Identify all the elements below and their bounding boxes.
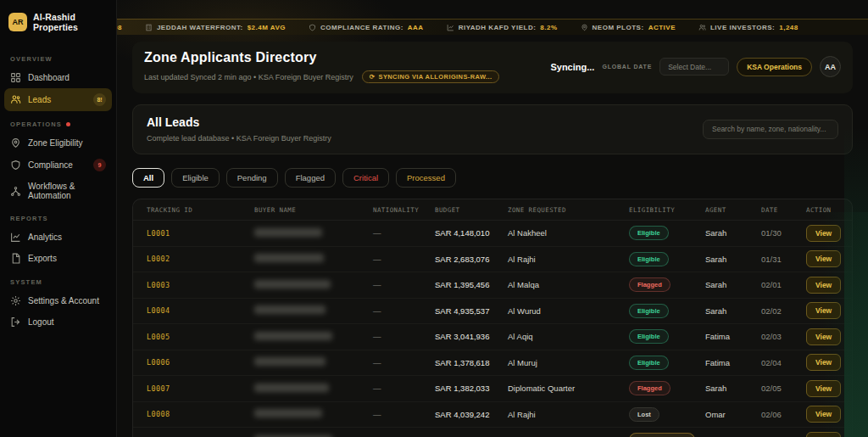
brand-header: AR Al-Rashid Properties xyxy=(0,8,116,46)
cell-budget: SAR 4,148,010 xyxy=(435,228,508,238)
sidebar-item-label: Leads xyxy=(28,95,51,104)
cell-budget: SAR 2,683,076 xyxy=(435,255,508,264)
status-badge: Eligible xyxy=(629,226,669,240)
cell-agent: Sarah xyxy=(705,306,761,316)
view-button[interactable]: View xyxy=(806,432,841,437)
sidebar-item-label: Zone Eligibility xyxy=(28,138,82,148)
cell-zone: Al Malqa xyxy=(508,280,629,289)
sync-badge-label: SYNCING VIA ALLORIGINS-RAW... xyxy=(378,73,492,81)
status-badge: Pending Review xyxy=(629,433,695,437)
ticker-value: 8.2% xyxy=(540,24,557,31)
sidebar-item-analytics[interactable]: Analytics xyxy=(0,227,116,248)
cell-date: 01/31 xyxy=(761,255,806,264)
view-button[interactable]: View xyxy=(806,380,841,397)
cell-agent: Sarah xyxy=(705,384,761,393)
ksa-operations-button[interactable]: KSA Operations xyxy=(737,58,812,76)
cell-nationality: — xyxy=(373,410,435,419)
cell-tracking-id: L0006 xyxy=(147,358,254,367)
sidebar-item-compliance[interactable]: Compliance 9 xyxy=(0,154,116,176)
shield-icon xyxy=(10,160,21,171)
global-date-input[interactable] xyxy=(659,58,729,76)
ticker-item-kafd-yield: RIYADH KAFD YIELD: 8.2% xyxy=(447,24,558,31)
status-badge: Eligible xyxy=(629,304,669,318)
table-row[interactable]: L0008 — SAR 4,039,242 Al Rajhi Lost Omar… xyxy=(133,402,852,429)
ticker-value: 1,248 xyxy=(779,24,798,31)
sidebar-item-workflows[interactable]: Workflows & Automation xyxy=(0,176,116,205)
view-button[interactable]: View xyxy=(806,225,841,242)
table-row[interactable]: L0002 — SAR 2,683,076 Al Rajhi Eligible … xyxy=(133,247,852,273)
pin-icon xyxy=(581,24,588,31)
table-body: L0001 — SAR 4,148,010 Al Nakheel Eligibl… xyxy=(133,221,852,437)
sidebar-item-label: Analytics xyxy=(28,233,62,242)
cell-zone: Al Rajhi xyxy=(508,410,629,419)
view-button[interactable]: View xyxy=(806,328,841,345)
filter-flagged[interactable]: Flagged xyxy=(285,168,336,188)
cell-buyer-name xyxy=(254,384,373,394)
cell-date: 02/06 xyxy=(761,410,806,419)
status-badge: Eligible xyxy=(629,356,669,370)
ticker-item-investors: LIVE INVESTORS: 1,248 xyxy=(698,24,798,31)
search-input[interactable] xyxy=(703,120,838,139)
sidebar-item-exports[interactable]: Exports xyxy=(0,248,116,269)
logout-icon xyxy=(10,317,21,328)
leads-table: TRACKING ID BUYER NAME NATIONALITY BUDGE… xyxy=(132,199,853,437)
filter-processed[interactable]: Processed xyxy=(396,168,456,188)
cell-agent: Sarah xyxy=(705,228,761,238)
table-row[interactable]: L0009 — SAR 3,652,085 Granada Pending Re… xyxy=(133,428,852,437)
cell-nationality: — xyxy=(373,228,435,238)
cell-buyer-name xyxy=(254,409,373,419)
ticker-label: JEDDAH WATERFRONT: xyxy=(157,24,243,31)
table-row[interactable]: L0004 — SAR 4,935,537 Al Wurud Eligible … xyxy=(133,299,852,325)
col-eligibility: ELIGIBILITY xyxy=(629,206,705,214)
filter-pending[interactable]: Pending xyxy=(226,168,278,188)
cell-agent: Sarah xyxy=(705,280,761,289)
view-button[interactable]: View xyxy=(806,302,841,319)
section-operations: OPERATIONS xyxy=(0,111,116,132)
pin-icon xyxy=(10,137,21,148)
buyer-name-blur xyxy=(254,228,322,237)
table-row[interactable]: L0005 — SAR 3,041,936 Al Aqiq Eligible F… xyxy=(133,324,852,350)
section-reports: REPORTS xyxy=(0,205,116,227)
view-button[interactable]: View xyxy=(806,354,841,371)
filter-critical[interactable]: Critical xyxy=(342,168,389,188)
ticker-label: RIYADH KAFD YIELD: xyxy=(459,24,537,31)
col-budget: BUDGET xyxy=(435,206,508,214)
filter-eligible[interactable]: Eligible xyxy=(171,168,220,188)
col-tracking-id: TRACKING ID xyxy=(147,206,254,214)
sidebar-item-dashboard[interactable]: Dashboard xyxy=(0,67,116,88)
global-date-label: GLOBAL DATE xyxy=(602,64,652,70)
cell-budget: SAR 1,382,033 xyxy=(435,384,508,393)
filter-all[interactable]: All xyxy=(132,168,164,188)
section-label-text: OPERATIONS xyxy=(10,120,62,128)
cell-date: 02/01 xyxy=(761,280,806,289)
cell-zone: Al Rajhi xyxy=(508,255,629,264)
sidebar-item-logout[interactable]: Logout xyxy=(0,311,116,333)
shield-icon xyxy=(309,24,316,31)
view-button[interactable]: View xyxy=(806,406,841,423)
sidebar-item-zone-eligibility[interactable]: Zone Eligibility xyxy=(0,132,116,154)
market-ticker: 08 JEDDAH WATERFRONT: $2.4M AVG COMPLIAN… xyxy=(117,19,868,35)
col-buyer-name: BUYER NAME xyxy=(254,206,373,214)
cell-nationality: — xyxy=(373,384,435,393)
sync-source-badge[interactable]: ⟳ SYNCING VIA ALLORIGINS-RAW... xyxy=(362,70,500,83)
sidebar-item-leads[interactable]: Leads 8! xyxy=(4,88,112,111)
leads-panel-subtitle: Complete lead database • KSA Foreign Buy… xyxy=(147,134,331,143)
table-row[interactable]: L0006 — SAR 1,378,618 Al Muruj Eligible … xyxy=(133,350,852,377)
table-row[interactable]: L0003 — SAR 1,395,456 Al Malqa Flagged S… xyxy=(133,272,852,299)
cell-date: 01/30 xyxy=(761,228,806,238)
buyer-name-blur xyxy=(254,409,322,417)
sidebar-item-label: Workflows & Automation xyxy=(28,182,106,200)
avatar[interactable]: AA xyxy=(820,56,841,77)
cell-nationality: — xyxy=(373,280,435,289)
cell-budget: SAR 4,039,242 xyxy=(435,410,508,419)
ticker-value: AAA xyxy=(408,24,424,31)
filter-chips: All Eligible Pending Flagged Critical Pr… xyxy=(132,168,853,188)
view-button[interactable]: View xyxy=(806,277,841,294)
cell-agent: Sarah xyxy=(705,255,761,264)
table-row[interactable]: L0007 — SAR 1,382,033 Diplomatic Quarter… xyxy=(133,376,852,402)
refresh-icon: ⟳ xyxy=(370,73,376,81)
sidebar-item-settings[interactable]: Settings & Account xyxy=(0,290,116,311)
buyer-name-blur xyxy=(254,280,331,289)
table-row[interactable]: L0001 — SAR 4,148,010 Al Nakheel Eligibl… xyxy=(133,221,852,247)
view-button[interactable]: View xyxy=(806,250,841,267)
